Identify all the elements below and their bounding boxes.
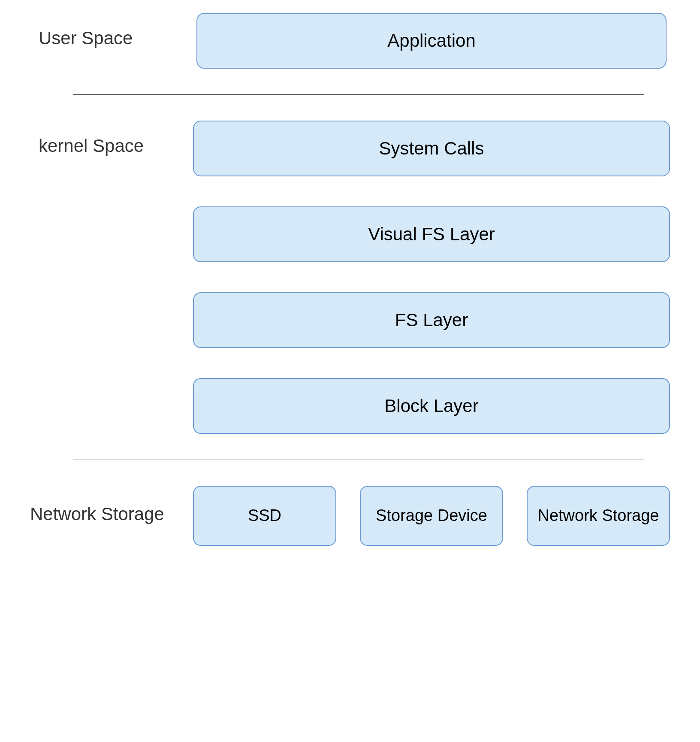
storage-stack-diagram: User Space Application kernel Space Syst…: [30, 13, 670, 546]
network-storage-box: Network Storage: [527, 486, 670, 546]
user-space-section: User Space Application: [30, 13, 670, 69]
block-layer-box: Block Layer: [193, 378, 670, 434]
fs-layer-box: FS Layer: [193, 292, 670, 348]
kernel-space-content: System Calls Visual FS Layer FS Layer Bl…: [193, 121, 670, 434]
user-space-label: User Space: [30, 13, 193, 48]
visual-fs-layer-box: Visual FS Layer: [193, 206, 670, 262]
storage-device-box: Storage Device: [360, 486, 503, 546]
application-box: Application: [196, 13, 667, 69]
network-storage-section: Network Storage SSD Storage Device Netwo…: [30, 486, 670, 546]
storage-devices-row: SSD Storage Device Network Storage: [193, 486, 670, 546]
kernel-space-section: kernel Space System Calls Visual FS Laye…: [30, 121, 670, 434]
divider-user-kernel: [73, 94, 644, 95]
ssd-box: SSD: [193, 486, 336, 546]
network-storage-label: Network Storage: [30, 486, 193, 524]
kernel-space-label: kernel Space: [30, 121, 193, 156]
system-calls-box: System Calls: [193, 121, 670, 176]
user-space-content: Application: [193, 13, 670, 69]
divider-kernel-storage: [73, 460, 644, 460]
